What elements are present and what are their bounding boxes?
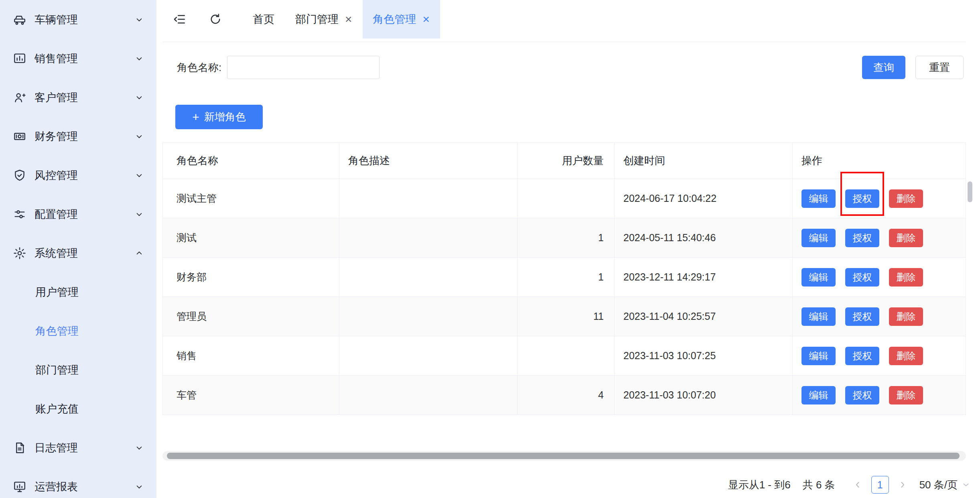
table-row: 销售2023-11-03 10:07:25编辑授权删除 [163,336,966,376]
next-page-icon[interactable] [898,480,907,490]
sidebar-subitem-roles[interactable]: 角色管理 [0,311,156,350]
role-name-input[interactable] [227,56,379,79]
sidebar-subitem-departments[interactable]: 部门管理 [0,350,156,389]
delete-button[interactable]: 删除 [889,189,923,208]
actions-cell: 编辑授权删除 [793,179,966,218]
authorize-button[interactable]: 授权 [845,189,879,208]
sidebar-item-system[interactable]: 系统管理 [0,234,156,272]
edit-button[interactable]: 编辑 [801,189,836,208]
delete-button[interactable]: 删除 [889,268,923,287]
action-wrap: 删除 [889,189,923,208]
authorize-button[interactable]: 授权 [845,386,879,404]
delete-button[interactable]: 删除 [889,386,923,404]
edit-button[interactable]: 编辑 [801,347,836,365]
page-size-select[interactable]: 50 条/页 [919,478,958,492]
action-wrap: 授权 [845,229,879,247]
horizontal-scrollbar-thumb[interactable] [167,453,960,459]
actions-cell: 编辑授权删除 [793,336,966,375]
action-wrap: 删除 [889,307,923,326]
action-wrap: 授权 [845,307,879,326]
role-name-cell: 管理员 [163,297,339,336]
sidebar-subitem-recharge[interactable]: 账户充值 [0,389,156,428]
edit-button[interactable]: 编辑 [801,229,836,247]
document-icon [13,441,26,455]
user-count-cell: 4 [517,376,615,415]
actions-cell: 编辑授权删除 [793,376,966,415]
add-role-button[interactable]: + 新增角色 [175,105,263,129]
created-at-cell: 2023-11-03 10:07:25 [615,336,793,375]
close-tab-icon[interactable]: × [423,13,430,25]
chart-icon [13,480,26,494]
sidebar-item-risk[interactable]: 风控管理 [0,156,156,195]
sales-icon [13,52,26,65]
column-header: 用户数量 [517,143,615,179]
action-wrap: 编辑 [801,386,836,404]
user-count-cell: 1 [517,258,615,297]
authorize-button[interactable]: 授权 [845,229,879,247]
created-at-cell: 2023-11-04 10:25:57 [615,297,793,336]
sidebar-subitem-users[interactable]: 用户管理 [0,272,156,311]
add-role-label: 新增角色 [204,110,246,124]
column-header: 操作 [793,143,966,179]
action-wrap: 编辑 [801,347,836,365]
refresh-icon[interactable] [209,12,222,26]
vertical-scrollbar-thumb[interactable] [968,181,972,202]
role-description-cell [339,297,517,336]
action-wrap: 编辑 [801,307,836,326]
search-button[interactable]: 查询 [862,56,905,79]
sidebar-subitem-label: 角色管理 [35,324,79,338]
sidebar-item-label: 客户管理 [34,90,78,105]
page-number-button[interactable]: 1 [871,476,889,494]
previous-page-icon[interactable] [853,480,862,490]
action-wrap: 删除 [889,268,923,287]
sidebar-item-label: 运营报表 [34,480,78,494]
sidebar-item-label: 配置管理 [34,207,78,222]
collapse-sidebar-icon[interactable] [172,12,186,26]
edit-button[interactable]: 编辑 [801,307,836,326]
sidebar-menu: 车辆管理销售管理客户管理财务管理风控管理配置管理系统管理用户管理角色管理部门管理… [0,0,156,498]
close-tab-icon[interactable]: × [345,13,352,25]
chevron-down-icon [134,53,144,64]
sidebar-item-label: 风控管理 [34,168,78,183]
filter-row: 角色名称: 查询 重置 [177,56,964,79]
sidebar-item-customer[interactable]: 客户管理 [0,78,156,117]
sidebar-item-label: 日志管理 [34,441,78,455]
delete-button[interactable]: 删除 [889,229,923,247]
tab-roles[interactable]: 角色管理× [363,0,440,39]
sidebar-item-vehicle[interactable]: 车辆管理 [0,0,156,39]
authorize-button[interactable]: 授权 [845,347,879,365]
gear-icon [13,246,26,260]
tab-label: 首页 [253,12,274,26]
role-name-label: 角色名称: [177,61,221,75]
delete-button[interactable]: 删除 [889,307,923,326]
edit-button[interactable]: 编辑 [801,386,836,404]
authorize-button[interactable]: 授权 [845,268,879,287]
chevron-down-icon [134,209,144,220]
table-header-row: 角色名称角色描述用户数量创建时间操作 [163,143,966,179]
chevron-down-icon [134,14,144,25]
table-row: 财务部12023-12-11 14:29:17编辑授权删除 [163,258,966,297]
sidebar-item-finance[interactable]: 财务管理 [0,117,156,156]
reset-button[interactable]: 重置 [915,56,964,79]
sidebar-item-sales[interactable]: 销售管理 [0,39,156,78]
role-name-cell: 测试主管 [163,179,339,218]
chevron-down-icon[interactable] [962,480,970,489]
authorize-button[interactable]: 授权 [845,307,879,326]
tab-home[interactable]: 首页 [242,0,285,39]
role-name-cell: 财务部 [163,258,339,297]
edit-button[interactable]: 编辑 [801,268,836,287]
tab-departments[interactable]: 部门管理× [285,0,363,39]
role-name-cell: 测试 [163,218,339,257]
sidebar-item-report[interactable]: 运营报表 [0,467,156,498]
table-row: 管理员112023-11-04 10:25:57编辑授权删除 [163,297,966,336]
action-wrap: 授权 [845,268,879,287]
plus-icon: + [192,111,199,123]
delete-button[interactable]: 删除 [889,347,923,365]
column-header: 创建时间 [615,143,793,179]
role-name-cell: 车管 [163,376,339,415]
customer-icon [13,91,26,104]
actions-cell: 编辑授权删除 [793,297,966,336]
finance-icon [13,130,26,143]
sidebar-item-log[interactable]: 日志管理 [0,428,156,467]
sidebar-item-config[interactable]: 配置管理 [0,195,156,234]
